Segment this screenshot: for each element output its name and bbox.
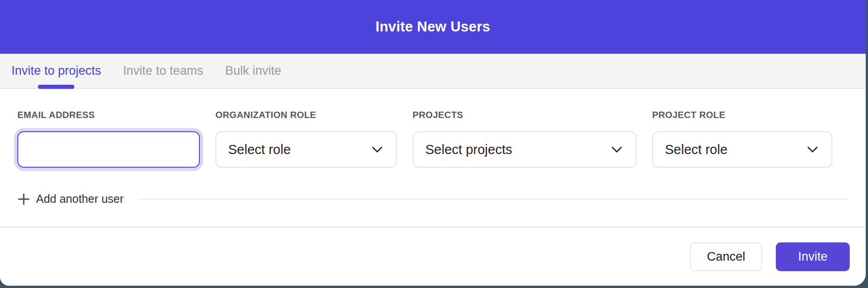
dialog-body: EMAIL ADDRESS ORGANIZATION ROLE Select r… [0, 89, 866, 228]
projects-select[interactable]: Select projects [413, 131, 637, 168]
tab-bar: Invite to projects Invite to teams Bulk … [0, 54, 866, 89]
tab-label: Invite to projects [11, 64, 101, 78]
invite-form-row: EMAIL ADDRESS ORGANIZATION ROLE Select r… [17, 110, 848, 168]
project-role-label: PROJECT ROLE [652, 110, 832, 119]
add-another-user-row: Add another user [17, 192, 848, 206]
tab-label: Invite to teams [123, 64, 204, 78]
dialog-footer: Cancel Invite [0, 228, 866, 286]
organization-role-select[interactable]: Select role [215, 131, 397, 168]
projects-label: PROJECTS [413, 110, 637, 119]
cancel-button[interactable]: Cancel [690, 242, 762, 271]
add-another-user-button[interactable]: Add another user [36, 192, 124, 206]
chevron-down-icon [612, 146, 622, 153]
email-address-field-group: EMAIL ADDRESS [17, 110, 200, 168]
tab-invite-to-teams[interactable]: Invite to teams [123, 54, 204, 88]
project-role-select[interactable]: Select role [652, 131, 832, 168]
plus-icon[interactable] [17, 193, 30, 206]
organization-role-value: Select role [228, 142, 291, 157]
projects-field-group: PROJECTS Select projects [413, 110, 637, 168]
invite-new-users-dialog: Invite New Users Invite to projects Invi… [0, 0, 866, 286]
organization-role-field-group: ORGANIZATION ROLE Select role [215, 110, 397, 168]
projects-value: Select projects [425, 142, 512, 157]
chevron-down-icon [372, 146, 382, 153]
tab-bulk-invite[interactable]: Bulk invite [225, 54, 281, 88]
email-address-label: EMAIL ADDRESS [17, 110, 200, 119]
organization-role-label: ORGANIZATION ROLE [215, 110, 397, 119]
project-role-value: Select role [665, 142, 727, 157]
project-role-field-group: PROJECT ROLE Select role [652, 110, 832, 168]
chevron-down-icon [807, 146, 818, 153]
tab-invite-to-projects[interactable]: Invite to projects [11, 54, 101, 88]
dialog-title: Invite New Users [376, 19, 490, 35]
dialog-header: Invite New Users [0, 0, 866, 54]
email-address-input[interactable] [17, 131, 200, 168]
invite-button[interactable]: Invite [776, 242, 850, 271]
divider-line [138, 199, 848, 200]
tab-label: Bulk invite [225, 64, 281, 78]
active-tab-underline [38, 85, 74, 89]
